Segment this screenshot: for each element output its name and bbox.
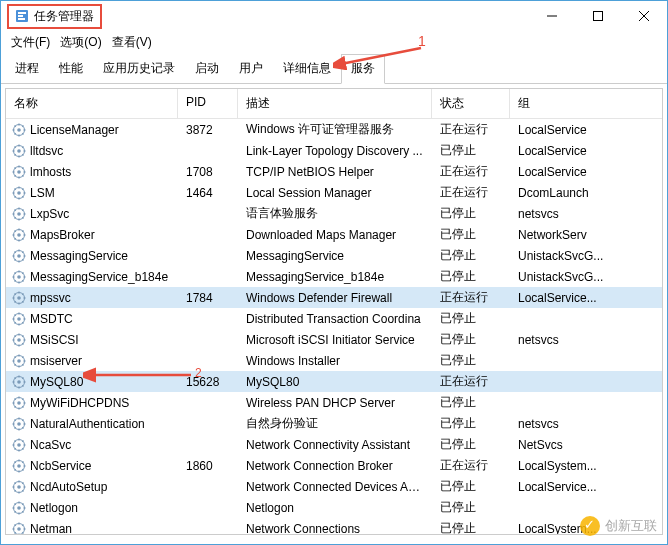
table-row[interactable]: LicenseManager3872Windows 许可证管理器服务正在运行Lo… <box>6 119 662 140</box>
maximize-button[interactable] <box>575 1 621 31</box>
svg-line-27 <box>15 154 16 155</box>
gear-icon <box>12 123 26 137</box>
svg-point-9 <box>17 128 21 132</box>
cell-name: LicenseManager <box>6 123 178 137</box>
header-name[interactable]: 名称 <box>6 89 178 118</box>
tab-5[interactable]: 详细信息 <box>273 54 341 83</box>
svg-point-109 <box>17 338 21 342</box>
table-row[interactable]: lltdsvcLink-Layer Topology Discovery ...… <box>6 140 662 161</box>
svg-line-174 <box>15 461 16 462</box>
table-row[interactable]: NcaSvcNetwork Connectivity Assistant已停止N… <box>6 434 662 455</box>
cell-status: 已停止 <box>432 226 510 243</box>
cell-desc: MessagingService_b184e <box>238 270 432 284</box>
tab-1[interactable]: 性能 <box>49 54 93 83</box>
svg-point-29 <box>17 170 21 174</box>
cell-desc: Windows 许可证管理器服务 <box>238 121 432 138</box>
gear-icon <box>12 375 26 389</box>
tabs: 进程性能应用历史记录启动用户详细信息服务 <box>1 54 667 84</box>
cell-desc: Link-Layer Topology Discovery ... <box>238 144 432 158</box>
gear-icon <box>12 249 26 263</box>
menu-file[interactable]: 文件(F) <box>11 34 50 51</box>
cell-status: 已停止 <box>432 436 510 453</box>
table-row[interactable]: NetmanNetwork Connections已停止LocalSystem.… <box>6 518 662 535</box>
cell-status: 已停止 <box>432 331 510 348</box>
svg-line-115 <box>22 343 23 344</box>
svg-line-144 <box>15 398 16 399</box>
cell-status: 正在运行 <box>432 373 510 390</box>
header-status[interactable]: 状态 <box>432 89 510 118</box>
menu-options[interactable]: 选项(O) <box>60 34 101 51</box>
table-row[interactable]: NcbService1860Network Connection Broker正… <box>6 455 662 476</box>
svg-line-36 <box>22 167 23 168</box>
svg-line-16 <box>22 125 23 126</box>
table-row[interactable]: LSM1464Local Session Manager正在运行DcomLaun… <box>6 182 662 203</box>
watermark: 创新互联 <box>580 516 657 536</box>
svg-line-77 <box>15 259 16 260</box>
header-desc[interactable]: 描述 <box>238 89 432 118</box>
svg-line-166 <box>22 440 23 441</box>
tab-3[interactable]: 启动 <box>185 54 229 83</box>
tab-4[interactable]: 用户 <box>229 54 273 83</box>
gear-icon <box>12 186 26 200</box>
table-row[interactable]: lmhosts1708TCP/IP NetBIOS Helper正在运行Loca… <box>6 161 662 182</box>
menu-view[interactable]: 查看(V) <box>112 34 152 51</box>
table-row[interactable]: MapsBrokerDownloaded Maps Manager已停止Netw… <box>6 224 662 245</box>
table-row[interactable]: NaturalAuthentication自然身份验证已停止netsvcs <box>6 413 662 434</box>
cell-desc: MySQL80 <box>238 375 432 389</box>
table-row[interactable]: MessagingService_b184eMessagingService_b… <box>6 266 662 287</box>
table-row[interactable]: MySQL8015628MySQL80正在运行 <box>6 371 662 392</box>
window-title-box: 任务管理器 <box>7 4 102 29</box>
table-row[interactable]: LxpSvc语言体验服务已停止netsvcs <box>6 203 662 224</box>
table-row[interactable]: MyWiFiDHCPDNSWireless PAN DHCP Server已停止 <box>6 392 662 413</box>
gear-icon <box>12 417 26 431</box>
svg-line-165 <box>22 448 23 449</box>
annotation-label-1: 1 <box>418 33 426 49</box>
cell-desc: Distributed Transaction Coordina <box>238 312 432 326</box>
svg-line-117 <box>15 343 16 344</box>
watermark-text: 创新互联 <box>605 517 657 535</box>
table-row[interactable]: MSiSCSIMicrosoft iSCSI Initiator Service… <box>6 329 662 350</box>
svg-point-69 <box>17 254 21 258</box>
svg-line-44 <box>15 188 16 189</box>
cell-name: MessagingService <box>6 249 178 263</box>
svg-point-19 <box>17 149 21 153</box>
cell-name: NcaSvc <box>6 438 178 452</box>
close-button[interactable] <box>621 1 667 31</box>
svg-line-206 <box>22 524 23 525</box>
tab-0[interactable]: 进程 <box>5 54 49 83</box>
cell-name: msiserver <box>6 354 178 368</box>
gear-icon <box>12 291 26 305</box>
gear-icon <box>12 354 26 368</box>
svg-line-196 <box>22 503 23 504</box>
table-row[interactable]: MSDTCDistributed Transaction Coordina已停止 <box>6 308 662 329</box>
svg-rect-2 <box>18 15 23 17</box>
svg-line-137 <box>15 385 16 386</box>
cell-name: MessagingService_b184e <box>6 270 178 284</box>
svg-line-156 <box>22 419 23 420</box>
header-group[interactable]: 组 <box>510 89 662 118</box>
table-row[interactable]: MessagingServiceMessagingService已停止Unist… <box>6 245 662 266</box>
table-row[interactable]: mpssvc1784Windows Defender Firewall正在运行L… <box>6 287 662 308</box>
tab-2[interactable]: 应用历史记录 <box>93 54 185 83</box>
gear-icon <box>12 144 26 158</box>
svg-line-25 <box>22 154 23 155</box>
tab-6[interactable]: 服务 <box>341 54 385 84</box>
svg-line-55 <box>22 217 23 218</box>
table-row[interactable]: NetlogonNetlogon已停止 <box>6 497 662 518</box>
svg-point-119 <box>17 359 21 363</box>
table-row[interactable]: msiserverWindows Installer已停止 <box>6 350 662 371</box>
minimize-button[interactable] <box>529 1 575 31</box>
cell-group: LocalService... <box>510 291 662 305</box>
cell-status: 正在运行 <box>432 289 510 306</box>
cell-group: netsvcs <box>510 417 662 431</box>
svg-line-176 <box>22 461 23 462</box>
cell-name: lmhosts <box>6 165 178 179</box>
header-pid[interactable]: PID <box>178 89 238 118</box>
svg-point-159 <box>17 443 21 447</box>
watermark-icon <box>580 516 600 536</box>
cell-desc: Windows Defender Firewall <box>238 291 432 305</box>
table-row[interactable]: NcdAutoSetupNetwork Connected Devices Au… <box>6 476 662 497</box>
svg-line-67 <box>15 238 16 239</box>
svg-line-155 <box>22 427 23 428</box>
svg-line-106 <box>22 314 23 315</box>
